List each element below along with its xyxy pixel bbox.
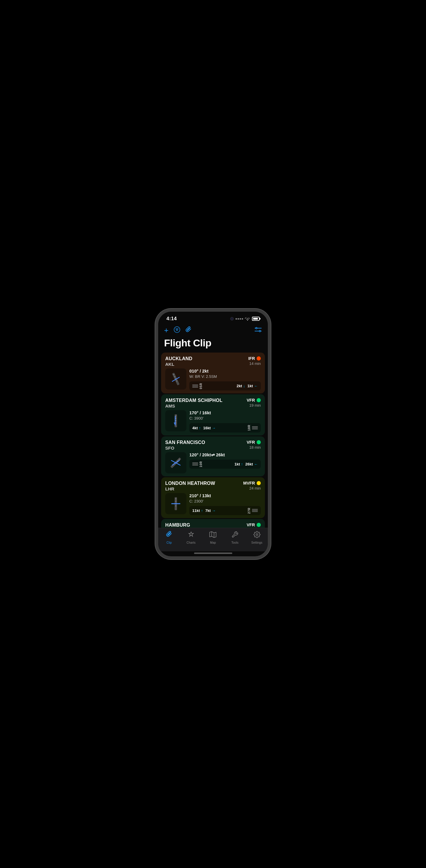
flight-card-ham[interactable]: HAMBURG HAM VFR 24 min [161, 519, 265, 528]
flight-rule-amsterdam: VFR [247, 398, 255, 403]
svg-point-39 [256, 534, 258, 535]
clip-tab-icon [165, 531, 173, 540]
content-area[interactable]: AUCKLAND AKL IFR 14 min [158, 352, 268, 528]
airport-name-lhr: LONDON HEATHROW [165, 481, 215, 486]
airport-info-ham: HAMBURG HAM [165, 523, 190, 528]
runway-lines-sfo [192, 463, 198, 465]
weather-details-sfo: 120° / 20kt⇌ 26kt 10R [189, 452, 261, 473]
sliders-button[interactable] [254, 327, 262, 334]
flight-rule-auckland: IFR [248, 356, 255, 361]
status-dot-amsterdam [257, 398, 261, 402]
runway-diagram-auckland [165, 368, 186, 390]
crosswind-sfo: 26kt ← [245, 462, 258, 466]
tab-clip-label: Clip [166, 541, 172, 544]
flight-status-sfo: VFR 18 min [247, 440, 261, 450]
flight-card-lhr[interactable]: LONDON HEATHROW LHR MVFR 24 min [161, 477, 265, 518]
page-title: Flight Clip [164, 337, 262, 349]
status-icons [230, 316, 260, 321]
wind-components-lhr: 11kt ↑ 7kt → [192, 508, 216, 513]
add-button[interactable]: + [164, 326, 169, 335]
crosswind-auckland: 1kt ← [247, 384, 258, 388]
flight-status-amsterdam: VFR 19 min [247, 398, 261, 407]
weather-details-lhr: 210° / 13kt C: 2300' 11kt ↑ 7kt → 27R [189, 493, 261, 515]
svg-point-7 [259, 331, 261, 332]
status-row-lhr: MVFR [243, 481, 261, 486]
signal-dot-2 [238, 318, 239, 320]
bottom-bar-lhr: 11kt ↑ 7kt → 27R [189, 506, 261, 515]
settings-tab-icon [253, 531, 261, 540]
flight-status-ham: VFR 24 min [247, 523, 261, 528]
signal-dots [236, 318, 243, 320]
svg-marker-36 [210, 532, 216, 537]
tab-map[interactable]: Map [204, 531, 222, 544]
headwind-auckland: 2kt ↓ [237, 384, 245, 388]
runway-side-auckland: 05R [192, 383, 203, 389]
time-ago-auckland: 14 min [249, 361, 261, 366]
flight-card-sfo[interactable]: SAN FRANCISCO SFO VFR 18 min [161, 436, 265, 476]
airport-name-ham: HAMBURG [165, 523, 190, 528]
airport-name-sfo: SAN FRANCISCO [165, 440, 205, 445]
wind-components-amsterdam: 4kt ↑ 16kt → [192, 426, 216, 430]
tab-charts[interactable]: Charts [182, 531, 200, 544]
flight-status-auckland: IFR 14 min [248, 356, 261, 366]
svg-marker-35 [189, 532, 193, 536]
tab-tools[interactable]: Tools [226, 531, 244, 544]
tools-tab-icon [232, 531, 238, 540]
weather-details-auckland: 010° / 2kt W: BR V: 2.5SM 05R [189, 368, 261, 391]
flight-rule-lhr: MVFR [243, 481, 255, 486]
flight-card-auckland[interactable]: AUCKLAND AKL IFR 14 min [161, 352, 265, 394]
battery-icon [252, 317, 260, 321]
wifi-icon [245, 316, 250, 321]
tab-map-label: Map [210, 541, 216, 544]
airport-code-auckland: AKL [165, 362, 192, 367]
tab-settings[interactable]: Settings [248, 531, 266, 544]
home-indicator [194, 553, 232, 554]
crosswind-lhr: 7kt → [205, 508, 215, 513]
tab-charts-label: Charts [187, 541, 196, 544]
clip-attach-button[interactable] [185, 327, 192, 335]
bottom-bar-amsterdam: 4kt ↑ 16kt → 18R [189, 423, 261, 432]
weather-row-amsterdam: 170° / 16kt C: 3900' 4kt ↑ 16kt → 18R [165, 410, 261, 432]
tab-bar: Clip Charts Map [158, 528, 268, 551]
airport-name-amsterdam: AMSTERDAM SCHIPHOL [165, 398, 222, 403]
weather-row-sfo: 120° / 20kt⇌ 26kt 10R [165, 452, 261, 473]
camera-dot [230, 317, 234, 320]
status-row-amsterdam: VFR [247, 398, 261, 403]
wind-info-sfo: 120° / 20kt⇌ 26kt [189, 452, 261, 458]
runway-num-sfo: 10R [199, 461, 203, 467]
status-row-ham: VFR [247, 523, 261, 527]
airport-info-lhr: LONDON HEATHROW LHR [165, 481, 215, 491]
map-tab-icon [209, 531, 216, 540]
status-bar: 4:14 [158, 312, 268, 323]
crosswind-amsterdam: 16kt → [203, 426, 216, 430]
runway-side-amsterdam: 18R [247, 425, 258, 431]
runway-side-sfo: 10R [192, 461, 203, 467]
airport-info-amsterdam: AMSTERDAM SCHIPHOL AMS [165, 398, 222, 408]
weather-extra-lhr: C: 2300' [189, 499, 261, 503]
flight-card-amsterdam[interactable]: AMSTERDAM SCHIPHOL AMS VFR 19 min [161, 394, 265, 435]
page-title-container: Flight Clip [158, 336, 268, 352]
runway-lines-auckland [192, 384, 198, 388]
wind-info-lhr: 210° / 13kt [189, 493, 261, 498]
flight-rule-ham: VFR [247, 523, 255, 527]
headwind-sfo: 1kt ↑ [234, 462, 243, 466]
card-header-sfo: SAN FRANCISCO SFO VFR 18 min [165, 440, 261, 451]
runway-num-auckland: 05R [199, 383, 203, 389]
battery-fill [253, 318, 258, 320]
filter-button[interactable] [174, 327, 180, 335]
phone-inner: 4:14 [158, 312, 268, 556]
card-header-auckland: AUCKLAND AKL IFR 14 min [165, 356, 261, 367]
toolbar-left: + [164, 326, 192, 335]
status-time: 4:14 [166, 316, 177, 322]
runway-lines-amsterdam [252, 426, 258, 429]
weather-row-lhr: 210° / 13kt C: 2300' 11kt ↑ 7kt → 27R [165, 493, 261, 515]
headwind-amsterdam: 4kt ↑ [192, 426, 201, 430]
time-ago-sfo: 18 min [249, 445, 261, 450]
airport-info-auckland: AUCKLAND AKL [165, 356, 192, 367]
card-header-lhr: LONDON HEATHROW LHR MVFR 24 min [165, 481, 261, 491]
tab-clip[interactable]: Clip [160, 531, 178, 544]
wind-components-sfo: 1kt ↑ 26kt ← [234, 462, 258, 466]
airport-name-auckland: AUCKLAND [165, 356, 192, 361]
weather-details-amsterdam: 170° / 16kt C: 3900' 4kt ↑ 16kt → 18R [189, 410, 261, 432]
runway-diagram-sfo [165, 452, 186, 473]
